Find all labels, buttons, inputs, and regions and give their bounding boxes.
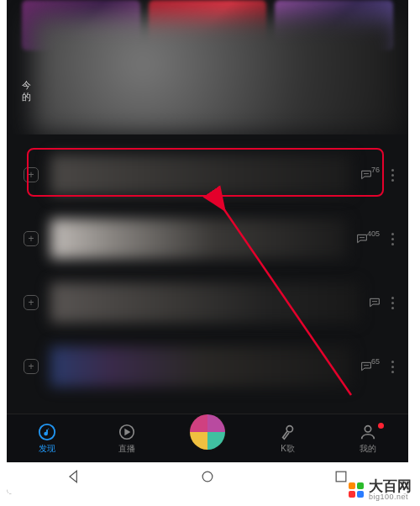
watermark-logo-icon (349, 482, 364, 498)
list-item-content[interactable] (50, 155, 351, 195)
add-icon[interactable]: + (24, 167, 39, 182)
watermark-title: 大百网 (369, 479, 412, 493)
svg-point-5 (364, 237, 365, 238)
comment-icon[interactable]: 405 (355, 232, 380, 245)
list-item[interactable]: + (15, 282, 400, 323)
comment-count: 76 (371, 166, 380, 174)
svg-point-6 (373, 301, 374, 302)
bottom-tab-bar: 发现 直播 K歌 我的 (7, 414, 408, 462)
person-icon (359, 423, 377, 441)
more-icon[interactable] (385, 169, 400, 182)
tab-center[interactable] (178, 421, 237, 456)
add-icon[interactable]: + (24, 231, 39, 246)
add-icon[interactable]: + (24, 295, 39, 310)
add-icon[interactable]: + (24, 359, 39, 374)
comment-icon[interactable] (368, 296, 380, 309)
play-circle-icon (118, 423, 136, 441)
svg-point-11 (368, 365, 369, 366)
more-icon[interactable] (385, 297, 400, 309)
list-item[interactable]: + 65 (15, 346, 400, 387)
tab-live[interactable]: 直播 (97, 423, 156, 455)
svg-point-10 (366, 365, 367, 366)
svg-point-1 (366, 173, 367, 174)
tab-mine[interactable]: 我的 (339, 423, 397, 455)
comment-icon[interactable]: 65 (360, 360, 380, 373)
comment-count: 65 (371, 357, 380, 366)
app-screen: 今 的 + 76 + 405 + (7, 0, 408, 494)
top-banner: 今 的 (7, 0, 408, 134)
svg-point-9 (365, 365, 365, 366)
tab-label: K歌 (281, 443, 295, 455)
list-item-content[interactable] (50, 282, 360, 323)
list-item[interactable]: + 76 (15, 155, 400, 195)
comment-count: 405 (367, 229, 380, 238)
avatar[interactable] (190, 414, 225, 450)
svg-point-3 (360, 237, 361, 238)
nav-home-icon[interactable] (199, 468, 216, 488)
notification-dot-icon (378, 423, 384, 429)
banner-corner-text: 今 的 (22, 79, 31, 103)
tab-label: 我的 (360, 443, 376, 455)
tab-label: 直播 (118, 443, 135, 455)
svg-point-2 (368, 173, 369, 174)
svg-point-15 (286, 425, 292, 431)
svg-point-4 (362, 237, 363, 238)
svg-point-7 (375, 301, 375, 302)
svg-point-16 (365, 425, 371, 431)
tab-label: 发现 (39, 443, 55, 455)
tab-ktv[interactable]: K歌 (259, 423, 318, 455)
svg-point-8 (376, 301, 377, 302)
microphone-icon (279, 423, 297, 441)
list-item[interactable]: + 405 (15, 219, 400, 259)
svg-point-17 (202, 472, 213, 482)
comment-icon[interactable]: 76 (360, 168, 380, 182)
nav-back-icon[interactable] (66, 468, 82, 488)
song-list: + 76 + 405 + (7, 134, 408, 387)
watermark: 大百网 big100.net (349, 479, 412, 501)
list-item-content[interactable] (50, 346, 351, 387)
more-icon[interactable] (385, 361, 400, 373)
svg-point-0 (365, 173, 365, 174)
banner-large-card[interactable] (32, 17, 402, 134)
more-icon[interactable] (385, 233, 400, 245)
music-note-icon (38, 423, 56, 441)
watermark-subtitle: big100.net (369, 493, 412, 501)
tab-discover[interactable]: 发现 (18, 423, 76, 455)
nav-recent-icon[interactable] (333, 468, 349, 488)
list-item-content[interactable] (50, 219, 347, 259)
svg-rect-18 (336, 472, 346, 482)
